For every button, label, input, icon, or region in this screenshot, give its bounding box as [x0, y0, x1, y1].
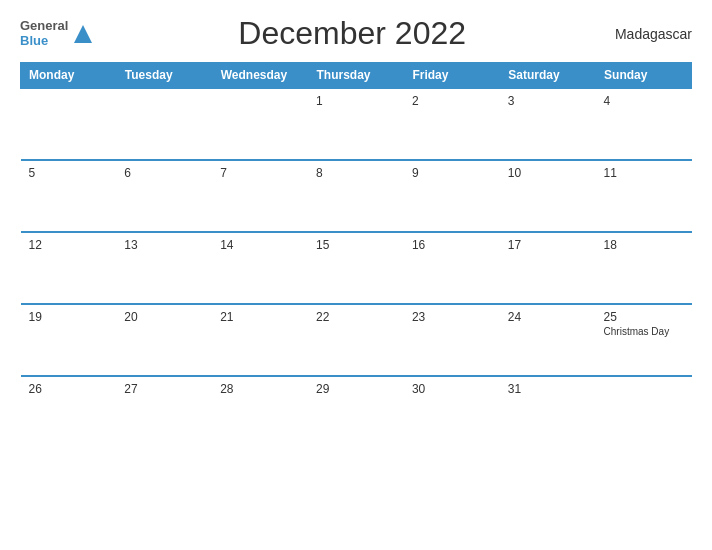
calendar-week-1: 1234	[21, 88, 692, 160]
calendar-week-4: 19202122232425Christmas Day	[21, 304, 692, 376]
cell-date-number: 12	[29, 238, 109, 252]
cell-date-number: 4	[604, 94, 684, 108]
calendar-page: General Blue December 2022 Madagascar Mo…	[0, 0, 712, 550]
cell-date-number: 16	[412, 238, 492, 252]
cell-date-number: 21	[220, 310, 300, 324]
logo-general-text: General	[20, 19, 68, 33]
cell-date-number: 27	[124, 382, 204, 396]
cell-date-number: 17	[508, 238, 588, 252]
calendar-cell: 30	[404, 376, 500, 448]
cell-date-number: 25	[604, 310, 684, 324]
calendar-cell: 18	[596, 232, 692, 304]
col-thursday: Thursday	[308, 63, 404, 89]
col-sunday: Sunday	[596, 63, 692, 89]
calendar-cell	[21, 88, 117, 160]
calendar-cell: 21	[212, 304, 308, 376]
logo-blue-text: Blue	[20, 34, 48, 48]
calendar-cell: 20	[116, 304, 212, 376]
cell-date-number: 19	[29, 310, 109, 324]
cell-date-number: 18	[604, 238, 684, 252]
calendar-cell: 15	[308, 232, 404, 304]
cell-date-number: 31	[508, 382, 588, 396]
calendar-cell: 26	[21, 376, 117, 448]
logo-triangle-icon	[74, 25, 92, 43]
cell-date-number: 15	[316, 238, 396, 252]
calendar-cell: 6	[116, 160, 212, 232]
col-monday: Monday	[21, 63, 117, 89]
cell-date-number: 10	[508, 166, 588, 180]
calendar-week-3: 12131415161718	[21, 232, 692, 304]
col-wednesday: Wednesday	[212, 63, 308, 89]
cell-date-number: 22	[316, 310, 396, 324]
calendar-cell: 9	[404, 160, 500, 232]
cell-date-number: 1	[316, 94, 396, 108]
calendar-cell: 29	[308, 376, 404, 448]
calendar-cell: 27	[116, 376, 212, 448]
calendar-cell: 28	[212, 376, 308, 448]
cell-date-number: 6	[124, 166, 204, 180]
calendar-cell: 16	[404, 232, 500, 304]
calendar-cell: 24	[500, 304, 596, 376]
calendar-cell: 7	[212, 160, 308, 232]
calendar-week-5: 262728293031	[21, 376, 692, 448]
month-title: December 2022	[92, 15, 612, 52]
calendar-cell: 5	[21, 160, 117, 232]
calendar-cell	[596, 376, 692, 448]
calendar-cell: 25Christmas Day	[596, 304, 692, 376]
calendar-cell: 19	[21, 304, 117, 376]
calendar-cell: 2	[404, 88, 500, 160]
cell-date-number: 26	[29, 382, 109, 396]
col-tuesday: Tuesday	[116, 63, 212, 89]
cell-date-number: 7	[220, 166, 300, 180]
cell-date-number: 20	[124, 310, 204, 324]
cell-date-number: 13	[124, 238, 204, 252]
calendar-cell: 22	[308, 304, 404, 376]
calendar-cell: 13	[116, 232, 212, 304]
calendar-cell	[212, 88, 308, 160]
calendar-cell: 11	[596, 160, 692, 232]
calendar-cell: 23	[404, 304, 500, 376]
col-saturday: Saturday	[500, 63, 596, 89]
cell-date-number: 5	[29, 166, 109, 180]
cell-date-number: 8	[316, 166, 396, 180]
calendar-cell: 8	[308, 160, 404, 232]
calendar-cell	[116, 88, 212, 160]
calendar-cell: 14	[212, 232, 308, 304]
cell-date-number: 2	[412, 94, 492, 108]
header-row: Monday Tuesday Wednesday Thursday Friday…	[21, 63, 692, 89]
cell-date-number: 30	[412, 382, 492, 396]
calendar-table: Monday Tuesday Wednesday Thursday Friday…	[20, 62, 692, 448]
calendar-cell: 17	[500, 232, 596, 304]
page-header: General Blue December 2022 Madagascar	[20, 15, 692, 52]
cell-date-number: 23	[412, 310, 492, 324]
cell-date-number: 14	[220, 238, 300, 252]
cell-date-number: 11	[604, 166, 684, 180]
cell-date-number: 28	[220, 382, 300, 396]
calendar-body: 1234567891011121314151617181920212223242…	[21, 88, 692, 448]
country-label: Madagascar	[612, 26, 692, 42]
cell-date-number: 24	[508, 310, 588, 324]
calendar-cell: 10	[500, 160, 596, 232]
cell-date-number: 3	[508, 94, 588, 108]
calendar-cell: 4	[596, 88, 692, 160]
logo: General Blue	[20, 19, 92, 48]
svg-marker-0	[74, 25, 92, 43]
calendar-week-2: 567891011	[21, 160, 692, 232]
cell-date-number: 9	[412, 166, 492, 180]
calendar-cell: 1	[308, 88, 404, 160]
calendar-cell: 31	[500, 376, 596, 448]
col-friday: Friday	[404, 63, 500, 89]
calendar-cell: 3	[500, 88, 596, 160]
calendar-cell: 12	[21, 232, 117, 304]
calendar-header: Monday Tuesday Wednesday Thursday Friday…	[21, 63, 692, 89]
cell-holiday-label: Christmas Day	[604, 326, 684, 337]
cell-date-number: 29	[316, 382, 396, 396]
